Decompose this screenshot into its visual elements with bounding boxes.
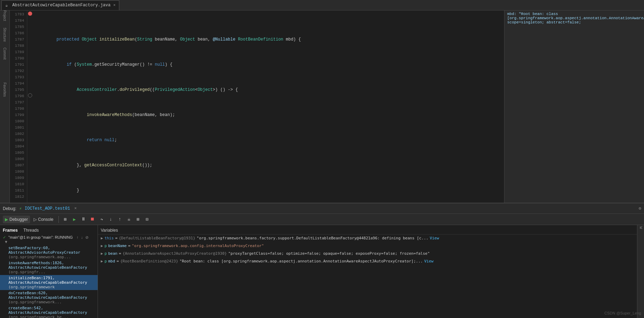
var-arrow-this[interactable]: ▶ [101,236,103,241]
thread-move-down[interactable]: ↓ [81,235,83,239]
var-value-this: "org.springframework.beans.factory.suppo… [197,236,428,241]
debugger-tab-label: Debugger [9,217,28,222]
var-value-mbd: "Root bean: class [org.springframework.a… [179,259,423,264]
debug-settings-icon[interactable]: ⚙ [639,206,641,211]
debug-session-name[interactable]: IOCTest_AOP.test01 [25,206,70,211]
var-arrow-beanname[interactable]: ▶ [101,243,103,249]
variables-header: Variables [98,226,637,234]
hint-panel: mbd: "Root bean: class [org.springframew… [504,10,644,203]
debug-label: Debug: [3,206,16,211]
debug-btn-resume[interactable]: ▶ [71,216,78,223]
frames-panel: Frames Threads ✓ "main"@1 in group "main… [0,225,98,318]
thread-running-icon: ✓ [3,235,6,239]
debug-btn-step-out[interactable]: ↑ [116,216,124,223]
var-value-bean: "proxyTargetClass=false; optimize=false;… [228,251,430,256]
gutter [27,10,34,203]
var-type-this: this [105,236,114,241]
debug-panel: Debug: ⚡ IOCTest_AOP.test01 × ⚙ ▶ Debugg… [0,203,644,318]
thread-expand[interactable]: ▼ [4,240,8,244]
thread-move-up[interactable]: ↑ [77,235,79,239]
var-eq-bean: = [119,251,121,256]
var-name-bean: bean [108,251,118,256]
var-arrow-mbd[interactable]: ▶ [101,259,103,264]
java-file-icon: ☕ [5,3,10,8]
debug-btn-evaluate[interactable]: ⊞ [134,216,142,223]
line-numbers: 1783 1784 1785 1786 1787 1788 1789 1790 … [10,10,27,203]
var-name-beanname: beanName [108,243,127,249]
sidebar-icon-commit[interactable]: Commit [1,50,9,57]
var-eq-mbd: = [116,259,119,264]
var-item-beanname: ▶ p beanName = "org.springframework.aop.… [98,242,637,250]
debug-toolbar: ▶ Debugger ▷ Console ⊞ ▶ ⏸ ⏹ ↷ ↓ ↑ ☠ ⊞ ⊟ [0,214,644,225]
tab-bar: ☕ AbstractAutowireCapableBeanFactory.jav… [0,0,644,10]
code-content[interactable]: protected Object initializeBean(String b… [34,10,504,203]
debug-btn-step-into[interactable]: ↓ [107,216,115,223]
frames-header: Frames Threads [0,226,98,234]
var-eq-this: = [115,236,118,241]
var-view-this[interactable]: View [430,236,439,241]
debug-btn-debugger-tab[interactable]: ▶ Debugger [3,216,30,223]
debug-btn-pause[interactable]: ⏸ [80,216,87,223]
var-arrow-bean[interactable]: ▶ [101,251,103,256]
debug-btn-step-over[interactable]: ↷ [98,216,106,223]
stack-frame-3[interactable]: doCreateBean:620, AbstractAutowireCapabl… [0,290,98,305]
tab-close-button[interactable]: × [113,3,116,7]
debug-session-close[interactable]: × [74,206,77,211]
var-type-mbd: p [105,259,107,264]
debug-btn-force-step[interactable]: ☠ [125,216,133,223]
sidebar-icon-structure[interactable]: Structure [1,31,9,38]
sidebar-left: Project Structure Commit Favorites [0,10,10,203]
var-view-mbd[interactable]: View [424,259,434,264]
var-id-mbd: {RootBeanDefinition@2423} [120,259,178,264]
debug-btn-layout[interactable]: ⊞ [62,216,69,223]
debugger-tab-icon: ▶ [5,217,8,222]
stack-frame-2[interactable]: initializeBean:1791, AbstractAutowireCap… [0,275,98,290]
debug-btn-stop[interactable]: ⏹ [89,216,97,223]
var-name-mbd: mbd [108,259,115,264]
thread-item[interactable]: ✓ "main"@1 in group "main": RUNNING ↑ ↓ … [0,234,98,245]
right-panel-toggle[interactable]: W [637,225,644,318]
var-item-mbd: ▶ p mbd = {RootBeanDefinition@2423} "Roo… [98,258,637,265]
watermark: CSDN @Super_Leng [604,311,641,315]
debug-session-bar: Debug: ⚡ IOCTest_AOP.test01 × ⚙ [0,203,644,214]
sidebar-icon-project[interactable]: Project [1,12,9,20]
console-tab-label: Console [38,217,54,222]
hint-text: mbd: "Root bean: class [org.springframew… [507,12,644,24]
var-item-this: ▶ this = {DefaultListableBeanFactory@193… [98,234,637,242]
debug-session-icon: ⚡ [19,206,22,211]
variables-panel: Variables ▶ this = {DefaultListableBeanF… [98,225,637,318]
thread-label: "main"@1 in group "main": RUNNING [8,235,73,239]
var-id-bean: {AnnotationAwareAspectJAutoProxyCreator@… [122,251,227,256]
frames-tab[interactable]: Frames [3,228,18,233]
main-area: Project Structure Commit Favorites 1783 … [0,10,644,203]
debug-content: Frames Threads ✓ "main"@1 in group "main… [0,225,644,318]
sidebar-icon-favorites[interactable]: Favorites [1,86,9,94]
var-value-beanname: "org.springframework.aop.config.internal… [132,243,264,249]
var-id-this: {DefaultListableBeanFactory@1931} [119,236,196,241]
var-eq-beanname: = [128,243,130,249]
var-item-bean: ▶ p bean = {AnnotationAwareAspectJAutoPr… [98,250,637,258]
editor-area: 1783 1784 1785 1786 1787 1788 1789 1790 … [10,10,644,203]
var-type-bean: p [105,251,107,256]
threads-tab[interactable]: Threads [23,228,39,233]
var-type-beanname: p [105,243,107,249]
console-tab-icon: ▷ [34,217,37,222]
debug-btn-trace[interactable]: ⊟ [143,216,151,223]
stack-frame-4[interactable]: createBean:542, AbstractAutowireCapableB… [0,305,98,318]
thread-filter[interactable]: ⊘ [85,235,89,239]
debug-btn-console-tab[interactable]: ▷ Console [31,216,56,223]
stack-frame-1[interactable]: invokeAwareMethods:1826, AbstractAutowir… [0,260,98,275]
file-tab[interactable]: ☕ AbstractAutowireCapableBeanFactory.jav… [1,0,119,10]
tab-label: AbstractAutowireCapableBeanFactory.java [12,3,111,8]
stack-frame-0[interactable]: setBeanFactory:60, AbstractAdvisorAutoPr… [0,245,98,260]
